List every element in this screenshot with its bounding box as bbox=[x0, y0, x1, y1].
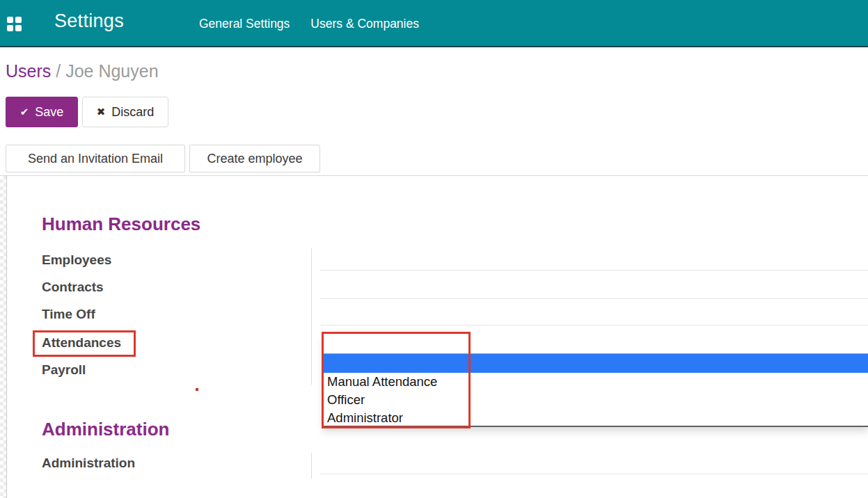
apps-grid-square bbox=[7, 17, 13, 23]
statusbar-divider bbox=[0, 175, 868, 176]
settings-page: Settings General Settings Users & Compan… bbox=[0, 0, 868, 498]
employees-field-underline bbox=[320, 270, 868, 271]
transparency-strip bbox=[0, 176, 7, 498]
setting-item-administration[interactable]: Administration bbox=[42, 456, 135, 471]
breadcrumb-current-record: Joe Nguyen bbox=[65, 61, 158, 81]
setting-item-attendances[interactable]: Attendances bbox=[42, 335, 121, 351]
administration-field-underline bbox=[320, 474, 868, 474]
top-menu: General Settings Users & Companies bbox=[199, 0, 419, 47]
breadcrumb-users-link[interactable]: Users bbox=[6, 61, 51, 81]
attendances-role-dropdown: Manual Attendance Officer Administrator bbox=[322, 332, 868, 427]
setting-item-contracts[interactable]: Contracts bbox=[42, 280, 104, 295]
apps-menu-icon[interactable] bbox=[7, 17, 22, 32]
discard-button-label: Discard bbox=[111, 105, 154, 120]
setting-item-employees[interactable]: Employees bbox=[42, 252, 111, 268]
section-title-human-resources: Human Resources bbox=[42, 214, 200, 235]
column-divider bbox=[311, 248, 312, 385]
setting-item-payroll[interactable]: Payroll bbox=[42, 362, 86, 378]
save-button[interactable]: ✔ Save bbox=[6, 97, 78, 127]
breadcrumb-separator: / bbox=[56, 61, 65, 81]
red-dot-artifact bbox=[196, 388, 198, 391]
dropdown-option-selected-blank[interactable] bbox=[322, 353, 868, 373]
create-employee-button[interactable]: Create employee bbox=[189, 145, 320, 172]
apps-grid-square bbox=[7, 25, 13, 31]
dropdown-option-blank[interactable] bbox=[322, 332, 868, 353]
menu-users-companies[interactable]: Users & Companies bbox=[310, 17, 419, 31]
column-divider-admin bbox=[311, 453, 312, 479]
breadcrumb: Users / Joe Nguyen bbox=[6, 61, 159, 81]
check-icon: ✔ bbox=[20, 106, 29, 118]
contracts-field-underline bbox=[320, 298, 868, 299]
menu-general-settings[interactable]: General Settings bbox=[199, 17, 290, 31]
apps-grid-square bbox=[15, 17, 22, 23]
top-bar: Settings General Settings Users & Compan… bbox=[0, 0, 868, 47]
apps-grid-square bbox=[15, 25, 22, 31]
save-button-label: Save bbox=[35, 105, 63, 120]
app-title[interactable]: Settings bbox=[54, 10, 124, 32]
time-off-field-underline bbox=[320, 325, 868, 326]
dropdown-option-administrator[interactable]: Administrator bbox=[322, 409, 868, 427]
dropdown-option-officer[interactable]: Officer bbox=[322, 391, 868, 409]
dropdown-option-manual-attendance[interactable]: Manual Attendance bbox=[322, 373, 868, 391]
section-title-administration: Administration bbox=[42, 419, 169, 440]
setting-item-time-off[interactable]: Time Off bbox=[42, 307, 95, 322]
close-icon: ✖ bbox=[97, 106, 106, 118]
send-invitation-email-button[interactable]: Send an Invitation Email bbox=[6, 145, 185, 172]
discard-button[interactable]: ✖ Discard bbox=[82, 97, 168, 127]
